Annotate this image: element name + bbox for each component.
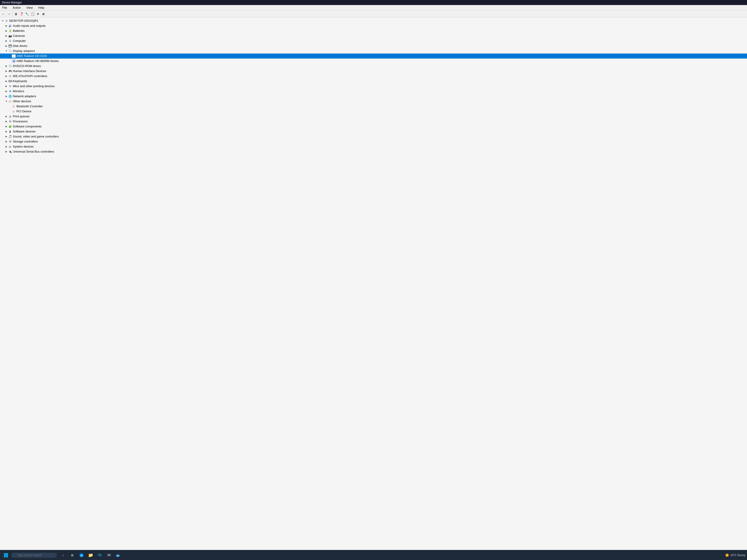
icon-display: 🖵 [8, 49, 12, 53]
expand-monitors[interactable]: ▶ [5, 89, 8, 93]
icon-storage: ⚙ [8, 140, 12, 143]
menu-action[interactable]: Action [11, 5, 22, 10]
tree-item-cameras[interactable]: ▶ 📷 Cameras [0, 33, 747, 38]
help-button[interactable]: ❓ [19, 11, 24, 17]
expand-network[interactable]: ▶ [5, 95, 8, 98]
computer-icon-btn[interactable]: 🖥 [14, 11, 19, 17]
label-gpu2: AMD Radeon HD 8600M Series [17, 59, 58, 63]
expand-keyboards[interactable]: ▶ [5, 79, 8, 83]
tree-item-gpu2[interactable]: ▦ AMD Radeon HD 8600M Series [0, 58, 747, 63]
toolbar: ← → 🖥 ❓ 🔧 📋 ✕ ⊕ [0, 10, 747, 18]
icon-gpu2: ▦ [12, 59, 16, 63]
icon-gpu1: ▦ [12, 54, 16, 58]
back-button[interactable]: ← [1, 11, 6, 17]
mail-icon[interactable]: ✉ [105, 552, 112, 559]
tree-item-softwarecomp[interactable]: ▶ 🧩 Software components [0, 124, 747, 129]
svg-rect-1 [6, 553, 8, 555]
tree-item-other[interactable]: ▼ ⚠ Other devices [0, 99, 747, 104]
tree-item-hid[interactable]: ▶ 🎮 Human Interface Devices [0, 69, 747, 74]
icon-keyboard: ⌨ [8, 79, 12, 83]
expand-softwaredev[interactable]: ▶ [5, 130, 8, 133]
label-batteries: Batteries [13, 29, 25, 33]
expand-print[interactable]: ▶ [5, 115, 8, 118]
tree-item-pci[interactable]: ⚠ PCI Device [0, 109, 747, 114]
tree-item-gpu1[interactable]: ▦ AMD Radeon HD 8330 [0, 54, 747, 58]
tree-item-processors[interactable]: ▶ ⚙ Processors [0, 119, 747, 124]
tree-item-network[interactable]: ▶ 🌐 Network adapters [0, 94, 747, 99]
edge-icon[interactable] [78, 552, 85, 559]
expand-batteries[interactable]: ▶ [5, 29, 8, 33]
expand-usb[interactable]: ▶ [5, 150, 8, 154]
label-display: Display adaptors [13, 49, 35, 53]
tree-item-print[interactable]: ▶ 🖨 Print queues [0, 114, 747, 119]
label-mice: Mice and other pointing devices [13, 84, 55, 88]
title-bar: Device Manager [0, 0, 747, 5]
tree-item-system[interactable]: ▶ 🗂 System devices [0, 144, 747, 149]
expand-display[interactable]: ▼ [5, 49, 8, 53]
expand-mice[interactable]: ▶ [5, 84, 8, 88]
task-view-icon[interactable]: ○ [59, 552, 67, 559]
weather-icon [725, 554, 729, 557]
tree-item-storage[interactable]: ▶ ⚙ Storage controllers [0, 139, 747, 144]
tree-item-batteries[interactable]: ▶ 🔋 Batteries [0, 28, 747, 33]
expand-sound[interactable]: ▶ [5, 135, 8, 138]
tree-item-computer[interactable]: ▶ 🖥 Computer [0, 38, 747, 44]
search-input[interactable] [11, 553, 57, 558]
properties-button[interactable]: 📋 [30, 11, 35, 17]
forward-button[interactable]: → [6, 11, 11, 17]
label-other: Other devices [13, 99, 31, 104]
store-icon[interactable]: 🛍 [96, 552, 103, 559]
expand-computer[interactable]: ▶ [5, 39, 8, 43]
label-softwarecomp: Software components [13, 124, 42, 129]
icon-usb: 🔌 [8, 150, 12, 154]
start-button[interactable] [2, 551, 10, 559]
menu-view[interactable]: View [25, 5, 34, 10]
tree-item-audio[interactable]: ▶ 🔊 Audio inputs and outputs [0, 23, 747, 28]
svg-rect-0 [4, 553, 6, 555]
label-print: Print queues [13, 114, 29, 119]
tree-item-dvd[interactable]: ▶ 💿 DVD/CD-ROM drives [0, 63, 747, 69]
remove-button[interactable]: ✕ [35, 11, 41, 17]
tree-item-root[interactable]: ▼ 🖥 DESKTOP-0SGSQR1 [0, 18, 747, 23]
expand-processors[interactable]: ▶ [5, 119, 8, 123]
tree-item-usb[interactable]: ▶ 🔌 Universal Serial Bus controllers [0, 149, 747, 154]
expand-other[interactable]: ▼ [5, 100, 8, 103]
tree-item-sound[interactable]: ▶ 🎵 Sound, video and game controllers [0, 134, 747, 139]
icon-print: 🖨 [8, 115, 12, 118]
tree-item-mice[interactable]: ▶ 🖱 Mice and other pointing devices [0, 84, 747, 89]
icon-battery: 🔋 [8, 29, 12, 33]
search-wrapper: 🔍 [11, 553, 57, 558]
expand-dvd[interactable]: ▶ [5, 64, 8, 68]
icon-dvd: 💿 [8, 64, 12, 68]
svg-rect-2 [4, 555, 6, 557]
tree-item-ide[interactable]: ▶ ⊟ IDE ATA/ATAPI controllers [0, 74, 747, 79]
icon-software-dev: ▮ [8, 130, 12, 133]
expand-storage[interactable]: ▶ [5, 140, 8, 143]
label-usb: Universal Serial Bus controllers [13, 150, 54, 154]
scan-button[interactable]: ⊕ [41, 11, 46, 17]
icon-ide: ⊟ [8, 74, 12, 78]
tree-item-keyboards[interactable]: ▶ ⌨ Keyboards [0, 79, 747, 84]
icon-camera: 📷 [8, 34, 12, 38]
tree-item-bluetooth[interactable]: ⚠ Bluetooth Controller [0, 104, 747, 109]
menu-file[interactable]: File [1, 5, 8, 10]
tree-item-display[interactable]: ▼ 🖵 Display adaptors [0, 49, 747, 54]
tree-item-softwaredev[interactable]: ▶ ▮ Software devices [0, 129, 747, 134]
expand-disk[interactable]: ▶ [5, 44, 8, 48]
expand-system[interactable]: ▶ [5, 145, 8, 149]
widgets-icon[interactable]: ⊞ [69, 552, 76, 559]
tree-item-monitors[interactable]: ▶ 🖥 Monitors [0, 89, 747, 94]
file-explorer-icon[interactable]: 📁 [87, 552, 94, 559]
expand-ide[interactable]: ▶ [5, 74, 8, 78]
menu-help[interactable]: Help [37, 5, 46, 10]
label-cameras: Cameras [13, 34, 25, 38]
settings-button[interactable]: 🔧 [25, 11, 29, 17]
expand-audio[interactable]: ▶ [5, 24, 8, 28]
expand-root[interactable]: ▼ [1, 19, 5, 23]
expand-hid[interactable]: ▶ [5, 69, 8, 73]
icon-hid: 🎮 [8, 69, 12, 73]
expand-cameras[interactable]: ▶ [5, 34, 8, 38]
tree-item-disk[interactable]: ▶ 💾 Disk drives [0, 44, 747, 49]
app-icon[interactable]: 🐟 [114, 552, 122, 559]
expand-softwarecomp[interactable]: ▶ [5, 125, 8, 128]
